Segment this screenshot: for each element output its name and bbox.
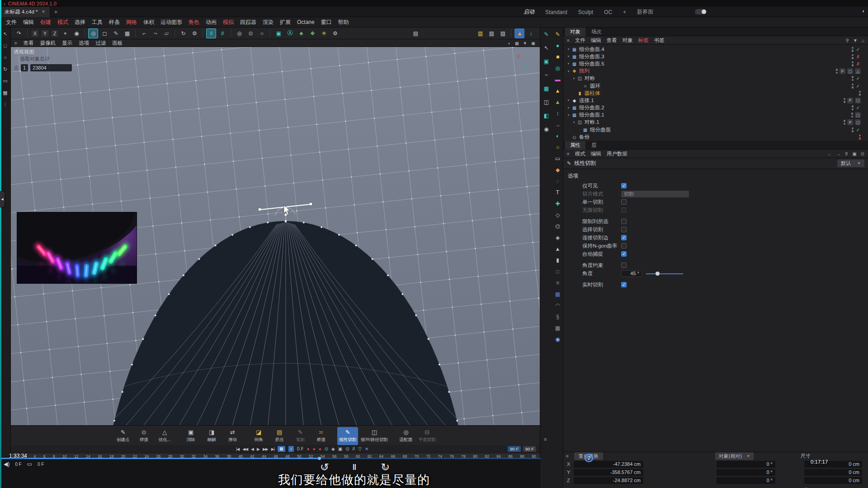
maximize-icon[interactable]: ▣ [531,41,535,46]
platonic-icon[interactable]: ▲ [554,245,562,253]
video-progress-bar[interactable] [0,458,541,459]
instance-tool-icon[interactable]: ◫ [542,98,551,106]
coord-x-position[interactable]: -47.2384 cm [574,461,643,468]
capsule-icon[interactable]: ▬ [554,75,562,83]
attr-menu-mode[interactable]: 模式 [575,150,585,157]
home-icon[interactable]: ⌂ [862,38,864,43]
enabled-check-icon[interactable]: ✓ [855,76,861,81]
sound-toggle-icon[interactable]: ♪ [288,446,294,452]
expand-toggle-icon[interactable]: ▾ [571,121,576,124]
menu-window[interactable]: 窗口 [318,19,335,26]
visibility-dots[interactable] [851,113,854,117]
object-row-subdiv-2[interactable]: ▾▦细分曲面.2✓ [563,104,868,112]
checkbox-single-cut[interactable] [621,199,627,205]
tab-layers[interactable]: 层 [586,141,602,150]
tool-bridge[interactable]: ≍桥接 [311,427,331,445]
close-x-icon[interactable]: ✕ [365,446,368,451]
tool-plane-cut[interactable]: ⊟平面切割 [417,427,438,445]
toolbar-snap-quantize-icon[interactable]: # [217,28,227,38]
toolbar-redo-icon[interactable]: ↷ [14,28,24,38]
plane-icon[interactable]: ▭ [554,155,562,162]
grid-array-icon[interactable]: ▦ [554,290,562,298]
om-menu-objects[interactable]: 对象 [623,37,633,44]
close-icon[interactable]: × [42,9,45,15]
diamond-icon[interactable]: ◇ [554,211,562,219]
keyframe-selection-icon[interactable]: ▣ [338,446,342,451]
coord-x-rotation[interactable]: 0 ° [717,461,775,468]
menu-extensions[interactable]: 扩展 [277,19,294,26]
cursor-icon[interactable]: ↖ [542,44,551,52]
visibility-dots[interactable] [859,135,861,140]
tool-line-cut[interactable]: ✎线性切割 [337,427,358,445]
rotate-view-icon[interactable]: ↻ [1,65,9,73]
tool-fit-circle[interactable]: ◎适配圆 [396,427,416,445]
expand-toggle-icon[interactable]: ▾ [566,55,571,58]
toolbar-mograph-matrix-icon[interactable]: ❖ [307,28,317,38]
visibility-dots[interactable] [844,98,846,103]
forward-icon[interactable]: → [836,151,841,156]
viewport-canvas[interactable]: 透视视图 选取对象总计 点 1 23804 ✕ Y [11,47,540,425]
spline-tool-icon[interactable]: ~ [542,71,551,79]
toolbar-primitive-cube-icon[interactable]: ◻ [99,28,109,38]
field-tool-icon[interactable]: ◉ [542,125,551,133]
enabled-check-icon[interactable]: ✓ [855,127,861,132]
hexagon-icon[interactable]: ⌬ [554,222,562,230]
frame-select-icon[interactable]: ▭ [1,77,9,85]
checkbox-auto-snap[interactable]: ✓ [621,251,627,257]
dropdown-icon[interactable]: ▼ [523,41,527,46]
menu-file[interactable]: 文件 [3,19,20,26]
hamburger-icon[interactable]: ≡ [14,41,17,46]
timeline-mode-icon[interactable]: ▦ [278,446,285,452]
toolbar-volume-builder-icon[interactable]: ▣ [274,28,283,38]
prev-key-button[interactable]: ◀◀ [242,447,248,451]
enabled-check-icon[interactable]: ✓ [855,47,861,52]
object-tag-icon[interactable]: ▢ [855,98,861,103]
end-frame-field-1[interactable]: 90 F [508,446,521,452]
coord-y-scale[interactable]: 0 cm [804,469,862,476]
object-row-symmetry[interactable]: ▾◫对称✓ [563,75,868,82]
toolbar-axis-x-lock-button[interactable]: X [31,29,39,38]
toolbar-gear-icon[interactable]: ⚙ [189,28,199,38]
arrow-icon[interactable]: → [554,121,562,128]
pen-icon[interactable]: ✎ [554,30,562,38]
tool-melt[interactable]: ◨融解 [202,427,222,445]
menu-simulate[interactable]: 模拟 [220,19,237,26]
toolbar-reset-psr-icon[interactable]: ↻ [178,28,188,38]
checkbox-visible-only[interactable]: ✓ [621,183,627,188]
toolbar-axis-y-lock-button[interactable]: Y [41,29,49,38]
object-row-connect-1[interactable]: ▾◆连接.1P▢ [563,97,868,104]
camera-icon[interactable]: ◉ [554,335,562,343]
toolbar-corner-right-icon[interactable]: ¬ [150,28,160,38]
palette-menu-icon[interactable]: ≡ [544,436,547,442]
torus-icon[interactable]: ◎ [554,64,562,72]
menu-create[interactable]: 创建 [37,19,54,26]
checkbox-restrict-to-selection[interactable] [621,219,627,224]
toolbar-render-settings-icon[interactable]: ▧ [486,28,496,38]
hamburger-icon[interactable]: ≡ [567,38,570,43]
tab-objects[interactable]: 对象 [565,28,585,36]
object-tag-icon[interactable]: P [840,68,845,74]
end-frame-field-2[interactable]: 90 F [523,446,536,452]
rect-select-icon[interactable]: □ [1,42,9,50]
current-frame-field[interactable]: 0 F [297,446,303,451]
attr-menu-user-data[interactable]: 用户数据 [607,150,627,157]
viewport-menu-filter[interactable]: 过滤 [95,40,106,47]
go-start-button[interactable]: |◀ [236,447,239,451]
viewport-menu-panel[interactable]: 面板 [112,40,123,47]
snap-time-icon[interactable]: # [353,446,355,451]
coord-z-rotation[interactable]: 0 ° [717,477,775,484]
deformer-tool-icon[interactable]: ◧ [542,112,551,119]
tab-attributes[interactable]: 属性 [565,141,585,150]
layout-tab-startup[interactable]: 启动 [524,8,534,16]
disabled-cross-icon[interactable]: ✗ [855,54,861,59]
add-tab-button[interactable]: + [50,9,62,15]
slider-angle[interactable] [646,270,683,277]
visibility-dots[interactable] [844,120,846,125]
bend-icon[interactable]: ◠ [554,301,562,309]
enabled-check-icon[interactable]: ✓ [855,84,861,89]
layout-tab-standard[interactable]: Standard [545,9,567,15]
expand-toggle-icon[interactable]: ▾ [566,70,571,73]
more-tools-icon[interactable]: ⋮ [1,100,9,108]
layout-tab-new-ui[interactable]: 新界面 [637,8,653,16]
viewport-menu-camera[interactable]: 摄像机 [40,40,56,47]
